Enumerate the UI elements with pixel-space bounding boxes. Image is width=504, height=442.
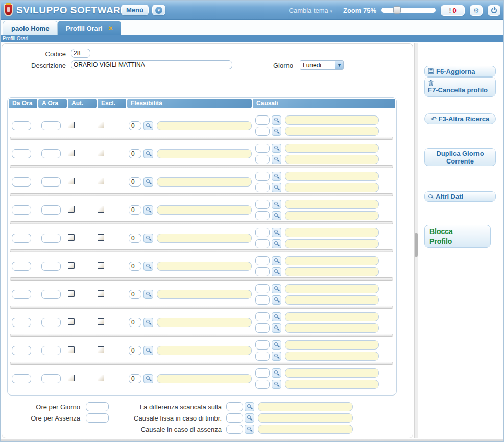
flessibilita-search-button[interactable] [143, 262, 153, 271]
causale2-input[interactable] [255, 295, 270, 305]
a-ora-input[interactable] [41, 121, 61, 130]
flessibilita-input[interactable] [129, 234, 141, 243]
causale2-input[interactable] [255, 183, 270, 192]
a-ora-input[interactable] [41, 346, 61, 355]
flessibilita-input[interactable] [129, 149, 141, 158]
causale2-search-button[interactable] [272, 211, 281, 220]
a-ora-input[interactable] [41, 318, 61, 327]
tab-paolo-home[interactable]: paolo Home [3, 21, 58, 35]
aut-checkbox[interactable] [68, 375, 75, 381]
aut-checkbox[interactable] [68, 234, 75, 241]
causale1-search-button[interactable] [272, 284, 281, 293]
da-ora-input[interactable] [12, 318, 31, 327]
escl-checkbox[interactable] [98, 318, 104, 325]
escl-checkbox[interactable] [98, 234, 104, 241]
a-ora-input[interactable] [41, 177, 61, 187]
flessibilita-input[interactable] [129, 121, 141, 130]
a-ora-input[interactable] [41, 234, 61, 243]
escl-checkbox[interactable] [98, 375, 104, 381]
zoom-slider[interactable] [381, 8, 436, 13]
alerts-button[interactable]: ! 0 [441, 5, 465, 16]
escl-checkbox[interactable] [98, 178, 104, 184]
flessibilita-search-button[interactable] [143, 290, 153, 299]
causale1-input[interactable] [255, 312, 270, 321]
flessibilita-input[interactable] [129, 346, 141, 355]
da-ora-input[interactable] [12, 262, 31, 271]
causale2-search-button[interactable] [272, 267, 281, 276]
causale-assenza-input[interactable] [226, 425, 243, 434]
cambia-tema-link[interactable]: Cambia tema ▾ [289, 7, 332, 14]
aut-checkbox[interactable] [68, 122, 75, 128]
codice-input[interactable] [71, 49, 90, 58]
aut-checkbox[interactable] [68, 290, 75, 297]
duplica-giorno-corrente-button[interactable]: Duplica Giorno Corrente [424, 148, 496, 166]
da-ora-input[interactable] [12, 121, 31, 130]
causale2-input[interactable] [255, 267, 270, 276]
logout-button[interactable] [488, 5, 500, 16]
close-icon[interactable]: × [109, 25, 113, 32]
splitter-handle[interactable] [415, 233, 418, 257]
panel-splitter[interactable] [414, 43, 418, 438]
causale-fissa-search-button[interactable] [245, 413, 254, 423]
differenza-search-button[interactable] [245, 402, 254, 411]
causale2-input[interactable] [255, 155, 270, 164]
causale2-search-button[interactable] [272, 323, 281, 333]
flessibilita-search-button[interactable] [143, 205, 153, 215]
zoom-slider-handle[interactable] [393, 6, 401, 14]
aut-checkbox[interactable] [68, 318, 75, 325]
flessibilita-search-button[interactable] [143, 149, 153, 158]
blocca-profilo-button[interactable]: Blocca Profilo [424, 225, 491, 248]
causale2-input[interactable] [255, 380, 270, 389]
causale1-input[interactable] [255, 144, 270, 153]
a-ora-input[interactable] [41, 205, 61, 215]
da-ora-input[interactable] [12, 346, 31, 355]
flessibilita-search-button[interactable] [143, 318, 153, 327]
tab-profili-orari[interactable]: Profili Orari × [58, 21, 121, 35]
causale2-search-button[interactable] [272, 127, 281, 136]
menu-button[interactable]: Menù [121, 5, 149, 15]
aut-checkbox[interactable] [68, 346, 75, 353]
causale1-input[interactable] [255, 256, 270, 265]
f7-cancella-profilo-button[interactable]: F7-Cancella profilo [424, 77, 496, 97]
giorno-select[interactable]: Lunedi ▼ [300, 60, 344, 70]
causale2-search-button[interactable] [272, 352, 281, 361]
causale2-input[interactable] [255, 323, 270, 333]
causale1-search-button[interactable] [272, 368, 281, 378]
causale2-input[interactable] [255, 239, 270, 248]
causale1-input[interactable] [255, 340, 270, 350]
da-ora-input[interactable] [12, 149, 31, 158]
flessibilita-search-button[interactable] [143, 121, 153, 130]
da-ora-input[interactable] [12, 374, 31, 383]
causale1-search-button[interactable] [272, 115, 281, 125]
aut-checkbox[interactable] [68, 262, 75, 269]
a-ora-input[interactable] [41, 262, 61, 271]
ore-per-giorno-input[interactable] [86, 402, 109, 411]
escl-checkbox[interactable] [98, 290, 104, 297]
causale-assenza-search-button[interactable] [245, 425, 254, 434]
flessibilita-search-button[interactable] [143, 374, 153, 383]
da-ora-input[interactable] [12, 234, 31, 243]
escl-checkbox[interactable] [98, 150, 104, 156]
flessibilita-search-button[interactable] [143, 234, 153, 243]
escl-checkbox[interactable] [98, 262, 104, 269]
causale1-input[interactable] [255, 200, 270, 209]
flessibilita-input[interactable] [129, 205, 141, 215]
flessibilita-input[interactable] [129, 318, 141, 327]
causale1-search-button[interactable] [272, 256, 281, 265]
causale2-search-button[interactable] [272, 239, 281, 248]
flessibilita-input[interactable] [129, 374, 141, 383]
f3-altra-ricerca-button[interactable]: ↶F3-Altra Ricerca [424, 113, 496, 124]
aut-checkbox[interactable] [68, 178, 75, 184]
ore-per-assenza-input[interactable] [86, 413, 109, 423]
descrizione-input[interactable] [71, 60, 232, 69]
causale-fissa-input[interactable] [226, 413, 243, 423]
causale2-search-button[interactable] [272, 183, 281, 192]
a-ora-input[interactable] [41, 149, 61, 158]
causale1-search-button[interactable] [272, 228, 281, 237]
flessibilita-search-button[interactable] [143, 346, 153, 355]
a-ora-input[interactable] [41, 290, 61, 299]
da-ora-input[interactable] [12, 177, 31, 187]
causale1-search-button[interactable] [272, 312, 281, 321]
causale1-input[interactable] [255, 228, 270, 237]
flessibilita-input[interactable] [129, 262, 141, 271]
